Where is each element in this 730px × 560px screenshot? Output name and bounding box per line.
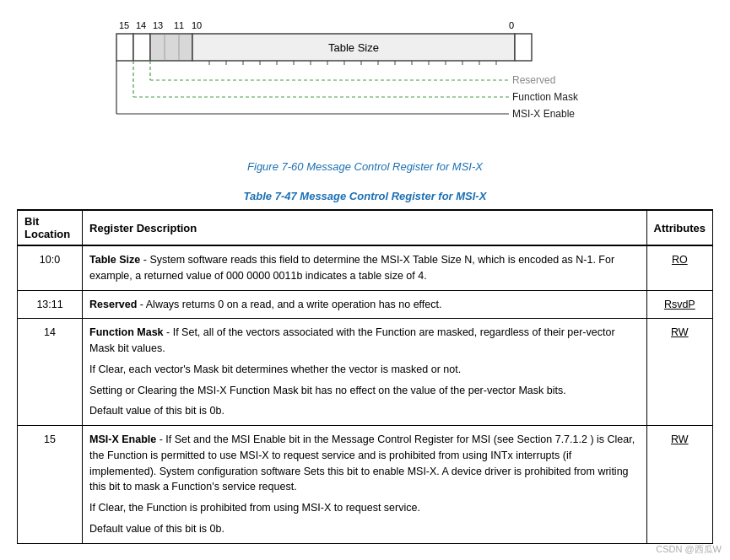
desc-text: - System software reads this field to de… (89, 254, 614, 282)
watermark: CSDN @西瓜W (656, 543, 722, 556)
bit-label-15: 15 (119, 20, 129, 30)
function-mask-label: Function Mask (512, 91, 579, 103)
attr-value: RW (671, 326, 689, 338)
table-row: 13:11 Reserved - Always returns 0 on a r… (18, 290, 713, 319)
bit-label-0: 0 (509, 20, 514, 30)
bit-location: 15 (18, 426, 83, 544)
col-header-bit: Bit Location (18, 210, 83, 245)
reg-bit14 (133, 34, 150, 61)
row-description: MSI-X Enable - If Set and the MSI Enable… (83, 426, 647, 544)
figure-caption: Figure 7-60 Message Control Register for… (17, 160, 713, 173)
desc-para-2: If Clear, each vector's Mask bit determi… (89, 362, 640, 378)
desc-bold: Table Size (89, 254, 140, 266)
attr-value: RW (671, 433, 689, 445)
register-table: Bit Location Register Description Attrib… (17, 209, 713, 544)
desc-bold: MSI-X Enable (89, 433, 156, 445)
msix-enable-label: MSI-X Enable (512, 108, 575, 120)
reserved-label: Reserved (512, 74, 555, 86)
desc-para-1: Function Mask - If Set, all of the vecto… (89, 325, 640, 357)
desc-bold: Reserved (89, 299, 137, 310)
row-attr: RW (646, 319, 712, 426)
desc-para-2: If Clear, the Function is prohibited fro… (89, 500, 640, 516)
register-diagram: 15 14 13 11 10 0 Table Size (62, 17, 669, 148)
bit-label-11: 11 (174, 20, 184, 30)
bit-label-10: 10 (192, 20, 202, 30)
row-attr: RO (646, 245, 712, 290)
table-caption: Table 7-47 Message Control Register for … (17, 190, 713, 202)
table-row: 15 MSI-X Enable - If Set and the MSI Ena… (18, 426, 713, 544)
reg-bit13-11 (150, 34, 192, 61)
reg-bit0 (515, 34, 532, 61)
row-attr: RsvdP (646, 290, 712, 319)
desc-para-4: Default value of this bit is 0b. (89, 403, 640, 419)
col-header-attr: Attributes (646, 210, 712, 245)
desc-text: - Always returns 0 on a read, and a writ… (137, 299, 441, 310)
table-size-label: Table Size (328, 41, 379, 54)
desc-text: - If Set and the MSI Enable bit in the M… (89, 433, 635, 493)
bit-label-14: 14 (136, 20, 146, 30)
desc-para-3: Default value of this bit is 0b. (89, 521, 640, 537)
bit-location: 13:11 (18, 290, 83, 319)
row-description: Reserved - Always returns 0 on a read, a… (83, 290, 647, 319)
attr-value: RsvdP (664, 299, 695, 310)
row-description: Table Size - System software reads this … (83, 245, 647, 290)
row-description: Function Mask - If Set, all of the vecto… (83, 319, 647, 426)
bit-location: 14 (18, 319, 83, 426)
bit-location: 10:0 (18, 245, 83, 290)
row-attr: RW (646, 426, 712, 544)
desc-text: - If Set, all of the vectors associated … (89, 326, 614, 354)
desc-para-3: Setting or Clearing the MSI-X Function M… (89, 383, 640, 399)
reg-bit15 (116, 34, 133, 61)
col-header-desc: Register Description (83, 210, 647, 245)
table-row: 14 Function Mask - If Set, all of the ve… (18, 319, 713, 426)
attr-value: RO (672, 254, 688, 266)
desc-bold: Function Mask (89, 326, 164, 338)
table-row: 10:0 Table Size - System software reads … (18, 245, 713, 290)
desc-para-1: MSI-X Enable - If Set and the MSI Enable… (89, 432, 640, 495)
bit-label-13: 13 (153, 20, 163, 30)
